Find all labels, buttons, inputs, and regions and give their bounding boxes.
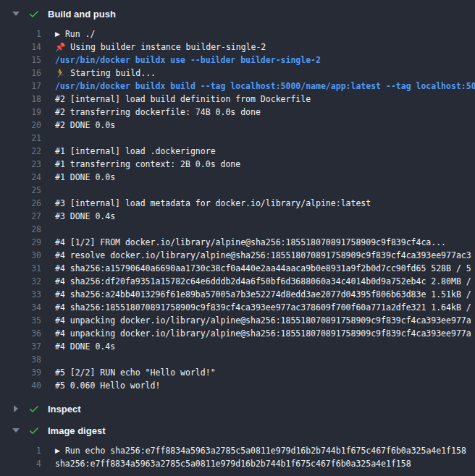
line-number[interactable]: 39 <box>0 366 41 379</box>
log-text: /usr/bin/docker buildx use --builder bui… <box>55 54 321 67</box>
log-line: 37#4 DONE 0.4s <box>0 340 475 353</box>
line-number[interactable]: 18 <box>0 93 41 106</box>
log-text: #1 transferring context: 2B 0.0s done <box>55 158 240 171</box>
log-line: 35#4 unpacking docker.io/library/alpine@… <box>0 314 475 327</box>
section-image-digest: Image digest1▶Run echo sha256:e7ff8834a5… <box>0 420 475 476</box>
section-body-build-and-push: 1▶Run ./14📌 Using builder instance build… <box>0 25 475 398</box>
log-line: 32#4 sha256:df20fa9351a15782c64e6dddb2d4… <box>0 275 475 288</box>
line-number[interactable]: 30 <box>0 249 41 262</box>
log-text: #4 DONE 0.4s <box>55 340 115 353</box>
log-line: 33#4 sha256:a24bb4013296f61e89ba57005a7b… <box>0 288 475 301</box>
log-line-content: #1 [internal] load .dockerignore <box>55 145 216 158</box>
line-number[interactable]: 1 <box>0 27 41 41</box>
log-line: 27#3 DONE 0.4s <box>0 210 475 223</box>
log-text: sha256:e7ff8834a5963a2785c5a0811e979d16b… <box>55 457 411 470</box>
line-number[interactable]: 26 <box>0 197 41 210</box>
line-number[interactable]: 17 <box>0 80 41 93</box>
line-number[interactable]: 34 <box>0 301 41 314</box>
log-line: 24#1 DONE 0.0s <box>0 171 475 184</box>
workflow-log-viewer: Build and push1▶Run ./14📌 Using builder … <box>0 0 475 476</box>
log-line: 29#4 [1/2] FROM docker.io/library/alpine… <box>0 236 475 249</box>
success-check-icon <box>28 403 40 415</box>
line-number[interactable]: 1 <box>0 444 41 457</box>
group-expand-icon[interactable]: ▶ <box>55 27 60 41</box>
log-text: #2 [internal] load build definition from… <box>55 93 311 106</box>
line-number[interactable]: 19 <box>0 106 41 119</box>
line-number[interactable]: 22 <box>0 145 41 158</box>
log-line-content: #2 [internal] load build definition from… <box>55 93 311 106</box>
line-number[interactable]: 36 <box>0 327 41 340</box>
line-number[interactable]: 21 <box>0 132 41 145</box>
section-header-image-digest[interactable]: Image digest <box>0 420 475 441</box>
caret-shape <box>12 428 20 433</box>
line-number[interactable]: 4 <box>0 457 41 470</box>
log-text: #4 resolve docker.io/library/alpine@sha2… <box>55 249 471 262</box>
log-text: #4 sha256:a15790640a6690aa1730c38cf0a440… <box>55 262 471 275</box>
line-number[interactable]: 33 <box>0 288 41 301</box>
caret-down-icon[interactable] <box>12 428 20 433</box>
log-text: #4 sha256:185518070891758909c9f839cf4ca3… <box>55 301 471 314</box>
line-number[interactable]: 37 <box>0 340 41 353</box>
line-number[interactable]: 29 <box>0 236 41 249</box>
line-number[interactable]: 24 <box>0 171 41 184</box>
line-number[interactable]: 31 <box>0 262 41 275</box>
group-expand-icon[interactable]: ▶ <box>55 444 60 457</box>
log-text: #4 sha256:df20fa9351a15782c64e6dddb2d4a6… <box>55 275 471 288</box>
log-line-content: ▶Run ./ <box>55 27 95 41</box>
log-text: #2 DONE 0.0s <box>55 119 115 132</box>
line-number[interactable]: 27 <box>0 210 41 223</box>
line-number[interactable]: 25 <box>0 184 41 197</box>
log-line-content: #5 [2/2] RUN echo "Hello world!" <box>55 366 216 379</box>
log-line: 14📌 Using builder instance builder-singl… <box>0 41 475 54</box>
log-line-content: #2 DONE 0.0s <box>55 119 115 132</box>
log-text: #5 [2/2] RUN echo "Hello world!" <box>55 366 216 379</box>
log-line: 36#4 unpacking docker.io/library/alpine@… <box>0 327 475 340</box>
line-number[interactable]: 38 <box>0 353 41 366</box>
log-line-content: #4 sha256:a15790640a6690aa1730c38cf0a440… <box>55 262 471 275</box>
line-number[interactable]: 23 <box>0 158 41 171</box>
log-line-content: #4 unpacking docker.io/library/alpine@sh… <box>55 314 471 327</box>
line-number[interactable]: 35 <box>0 314 41 327</box>
section-inspect: Inspect <box>0 398 475 420</box>
log-line-content: #2 transferring dockerfile: 74B 0.0s don… <box>55 106 261 119</box>
line-number[interactable]: 14 <box>0 41 41 54</box>
caret-down-icon[interactable] <box>12 12 20 16</box>
log-line-content: #4 sha256:185518070891758909c9f839cf4ca3… <box>55 301 471 314</box>
log-line-content: #1 DONE 0.0s <box>55 171 115 184</box>
section-header-inspect[interactable]: Inspect <box>0 398 475 420</box>
log-line-content: #4 unpacking docker.io/library/alpine@sh… <box>55 327 471 340</box>
log-line: 16🏃 Starting build... <box>0 67 475 80</box>
line-number[interactable]: 15 <box>0 54 41 67</box>
section-header-build-and-push[interactable]: Build and push <box>0 3 475 25</box>
log-line-content: #4 [1/2] FROM docker.io/library/alpine@s… <box>55 236 446 249</box>
log-line: 28 <box>0 223 475 236</box>
log-text: 🏃 Starting build... <box>55 67 156 80</box>
log-line-content: /usr/bin/docker buildx build --tag local… <box>55 80 475 93</box>
success-check-icon <box>28 8 40 20</box>
line-number[interactable]: 32 <box>0 275 41 288</box>
log-text: Run echo sha256:e7ff8834a5963a2785c5a081… <box>65 444 466 457</box>
log-line-content: sha256:e7ff8834a5963a2785c5a0811e979d16b… <box>55 457 411 470</box>
log-line: 23#1 transferring context: 2B 0.0s done <box>0 158 475 171</box>
line-number[interactable]: 40 <box>0 379 41 392</box>
log-line: 15/usr/bin/docker buildx use --builder b… <box>0 54 475 67</box>
log-line: 34#4 sha256:185518070891758909c9f839cf4c… <box>0 301 475 314</box>
log-text: #4 sha256:a24bb4013296f61e89ba57005a7b3e… <box>55 288 471 301</box>
caret-right-icon[interactable] <box>12 405 20 412</box>
section-title-inspect: Inspect <box>48 404 81 415</box>
log-line: 38 <box>0 353 475 366</box>
caret-shape <box>14 405 18 412</box>
log-text: 📌 Using builder instance builder-single-… <box>55 41 266 54</box>
log-line: 22#1 [internal] load .dockerignore <box>0 145 475 158</box>
log-line-content: #3 DONE 0.4s <box>55 210 115 223</box>
log-line: 4sha256:e7ff8834a5963a2785c5a0811e979d16… <box>0 457 475 470</box>
line-number[interactable]: 28 <box>0 223 41 236</box>
line-number[interactable]: 20 <box>0 119 41 132</box>
section-build-and-push: Build and push1▶Run ./14📌 Using builder … <box>0 3 475 398</box>
log-text: #3 DONE 0.4s <box>55 210 115 223</box>
log-text: #5 0.060 Hello world! <box>55 379 160 392</box>
log-line: 31#4 sha256:a15790640a6690aa1730c38cf0a4… <box>0 262 475 275</box>
log-line: 18#2 [internal] load build definition fr… <box>0 93 475 106</box>
line-number[interactable]: 16 <box>0 67 41 80</box>
log-line: 25 <box>0 184 475 197</box>
